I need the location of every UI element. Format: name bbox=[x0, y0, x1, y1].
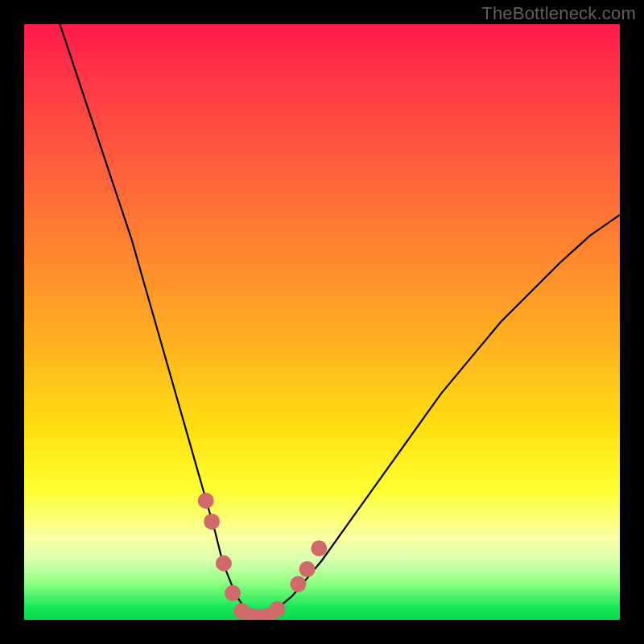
data-marker bbox=[225, 585, 241, 601]
data-marker bbox=[311, 540, 327, 556]
marker-group bbox=[198, 493, 328, 620]
data-marker bbox=[198, 493, 214, 509]
data-marker bbox=[290, 576, 306, 592]
chart-frame: TheBottleneck.com bbox=[0, 0, 644, 644]
plot-area bbox=[24, 24, 620, 620]
marker-layer bbox=[24, 24, 620, 620]
data-marker bbox=[270, 601, 286, 617]
data-marker bbox=[204, 514, 220, 530]
data-marker bbox=[299, 561, 316, 577]
watermark-text: TheBottleneck.com bbox=[481, 3, 636, 24]
data-marker bbox=[216, 555, 232, 572]
